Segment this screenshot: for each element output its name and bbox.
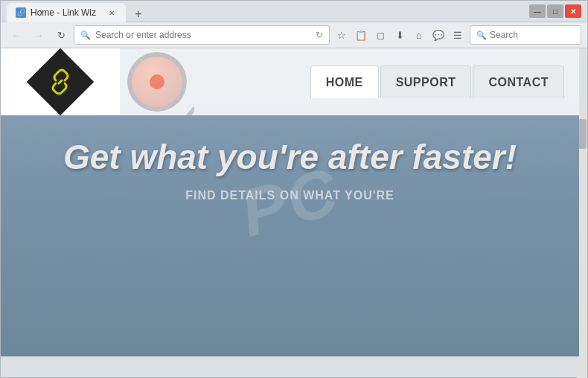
logo-inner <box>44 65 77 98</box>
nav-contact[interactable]: CONTACT <box>473 65 564 98</box>
pocket-icon[interactable]: ◻ <box>371 26 389 44</box>
toolbar-icons: ☆ 📋 ◻ ⬇ ⌂ 💬 ☰ <box>333 26 467 44</box>
logo-area <box>1 48 120 115</box>
web-content: PC <box>1 48 579 356</box>
chat-icon[interactable]: 💬 <box>429 26 447 44</box>
address-refresh-icon: ↻ <box>316 30 323 40</box>
browser-toolbar: ← → ↻ 🔍 ↻ ☆ 📋 ◻ ⬇ ⌂ 💬 ☰ 🔍 <box>1 22 587 48</box>
tab-favicon: 🔗 <box>16 7 26 18</box>
close-button[interactable]: ✕ <box>565 4 581 18</box>
hero-section: Get what you're after faster! FIND DETAI… <box>1 115 579 217</box>
site-header: HOME SUPPORT CONTACT <box>1 48 579 115</box>
search-icon: 🔍 <box>476 31 487 40</box>
download-icon[interactable]: ⬇ <box>391 26 409 44</box>
menu-icon[interactable]: ☰ <box>449 26 467 44</box>
tab-close-button[interactable]: ✕ <box>106 7 117 18</box>
address-bar[interactable]: 🔍 ↻ <box>74 25 330 45</box>
magnifier-area <box>120 48 194 115</box>
search-input[interactable] <box>490 30 572 40</box>
window-controls: — □ ✕ <box>529 4 581 18</box>
maximize-button[interactable]: □ <box>547 4 563 18</box>
logo-svg <box>44 65 77 98</box>
title-bar: 🔗 Home - Link Wiz ✕ + — □ ✕ <box>1 1 587 22</box>
hero-subtitle: FIND DETAILS ON WHAT YOU'RE <box>16 189 564 202</box>
refresh-button[interactable]: ↻ <box>51 25 71 45</box>
magnifier-graphic <box>127 52 187 112</box>
browser-window: 🔗 Home - Link Wiz ✕ + — □ ✕ ← → ↻ 🔍 ↻ ☆ … <box>0 0 588 378</box>
nav-home[interactable]: HOME <box>310 65 379 98</box>
back-button[interactable]: ← <box>7 25 26 45</box>
search-bar[interactable]: 🔍 <box>470 25 581 45</box>
tab-title: Home - Link Wiz <box>31 7 102 18</box>
browser-tab[interactable]: 🔗 Home - Link Wiz ✕ <box>7 3 126 22</box>
navigation: HOME SUPPORT CONTACT <box>194 48 579 115</box>
content-area: PC <box>1 48 587 356</box>
address-input[interactable] <box>95 30 311 40</box>
hero-title: Get what you're after faster! <box>16 138 564 177</box>
logo <box>31 52 90 112</box>
home-icon[interactable]: ⌂ <box>410 26 428 44</box>
forward-button[interactable]: → <box>29 25 48 45</box>
magnifier-face <box>150 74 164 89</box>
bookmark-icon[interactable]: 📋 <box>352 26 370 44</box>
address-icon: 🔍 <box>80 31 91 40</box>
new-tab-button[interactable]: + <box>129 6 148 22</box>
nav-support[interactable]: SUPPORT <box>380 65 472 98</box>
minimize-button[interactable]: — <box>529 4 546 18</box>
star-icon[interactable]: ☆ <box>333 26 351 44</box>
scroll-thumb[interactable] <box>578 119 587 149</box>
